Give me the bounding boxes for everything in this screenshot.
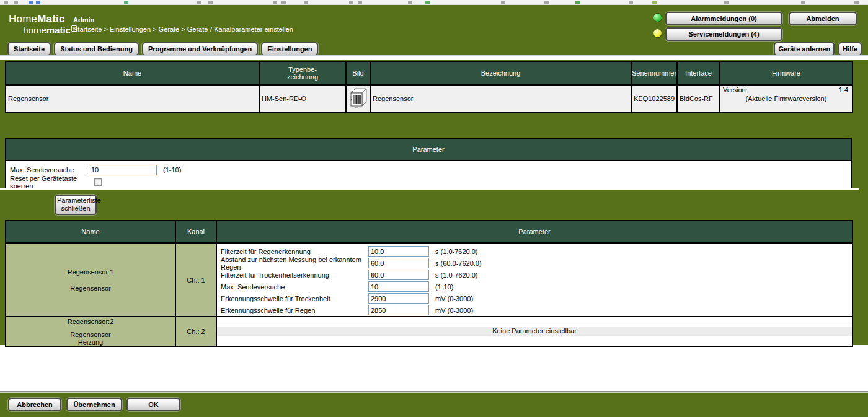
- device-table-header-row: Name Typenbe- zeichnung Bild Bezeichnung…: [6, 61, 852, 85]
- bookmark-icon[interactable]: [358, 1, 362, 4]
- breadcrumb: Startseite > Einstellungen > Geräte > Ge…: [73, 25, 293, 33]
- teach-in-devices-button[interactable]: Geräte anlernen: [774, 42, 835, 56]
- col-header-kanal: Kanal: [175, 221, 216, 243]
- header-divider: [0, 55, 868, 56]
- device-interface-cell: BidCos-RF: [677, 85, 720, 112]
- user-label: Admin: [73, 16, 94, 24]
- header: HomeMatic homematicR Admin Startseite > …: [0, 5, 868, 55]
- abstand-messung-input[interactable]: [368, 258, 429, 268]
- service-status-led-icon: [653, 29, 662, 38]
- homematic-webui: HomeMatic homematicR Admin Startseite > …: [0, 0, 868, 417]
- apply-button[interactable]: Übernehmen: [66, 398, 122, 411]
- bookmark-icon[interactable]: [629, 1, 633, 4]
- col-header-bezeichnung: Bezeichnung: [370, 61, 631, 85]
- bookmark-icon[interactable]: [575, 1, 580, 4]
- device-firmware-cell: Version: 1.4 (Aktuelle Firmwareversion): [720, 85, 852, 112]
- parameter-header: Parameter: [6, 138, 851, 160]
- col-header-bild: Bild: [346, 61, 370, 85]
- device-row: Regensensor HM-Sen-RD-O: [6, 85, 852, 112]
- bookmark-icon[interactable]: [425, 1, 430, 4]
- channel-table-header-row: Name Kanal Parameter: [6, 221, 852, 243]
- filterzeit-trockenheit-input[interactable]: [368, 270, 429, 280]
- device-table: Name Typenbe- zeichnung Bild Bezeichnung…: [5, 61, 853, 113]
- channel-row-1: Regensensor:1 Regensensor Ch.: 1 Filterz…: [6, 243, 852, 317]
- ok-button[interactable]: OK: [126, 398, 180, 411]
- parameter-row: Filterzeit für Trockenheitserkennung s (…: [217, 269, 852, 281]
- bookmark-icon[interactable]: [14, 1, 18, 4]
- bookmark-icon[interactable]: [349, 1, 353, 4]
- device-parameters-body: Max. Sendeversuche (1-10) Reset per Gerä…: [6, 160, 851, 189]
- channel-row-2: Regensensor:2 Regensensor Heizung Ch.: 2…: [6, 317, 852, 346]
- max-sendeversuche-range: (1-10): [163, 166, 181, 173]
- bookmark-icon[interactable]: [281, 1, 286, 4]
- parameter-row: Reset per Gerätetaste sperren: [6, 176, 851, 188]
- filterzeit-regenerkennung-input[interactable]: [368, 246, 429, 257]
- close-parameter-list-button[interactable]: Parameterliste schließen: [55, 195, 97, 215]
- bookmark-icon[interactable]: [208, 1, 213, 4]
- parameter-row: Abstand zur nächsten Messung bei erkannt…: [217, 257, 852, 269]
- cancel-button[interactable]: Abbrechen: [8, 398, 61, 411]
- schwelle-trockenheit-input[interactable]: [368, 293, 429, 304]
- alarm-messages-button[interactable]: Alarmmeldungen (0): [665, 12, 782, 25]
- col-header-name: Name: [6, 221, 175, 243]
- nav-programme-und-verknuepfungen-button[interactable]: Programme und Verknüpfungen: [142, 42, 258, 56]
- bookmark-icon[interactable]: [304, 1, 308, 4]
- device-description-cell: Regensensor: [370, 85, 631, 112]
- bookmark-icon[interactable]: [544, 1, 549, 4]
- col-header-typenbezeichnung: Typenbe- zeichnung: [259, 61, 346, 85]
- nav-status-und-bedienung-button[interactable]: Status und Bedienung: [54, 42, 139, 56]
- schwelle-regen-input[interactable]: [368, 305, 429, 315]
- bookmark-icon[interactable]: [273, 1, 277, 4]
- col-header-parameter: Parameter: [216, 221, 852, 243]
- nav-einstellungen-button[interactable]: Einstellungen: [261, 42, 318, 56]
- reset-sperren-label: Reset per Gerätetaste sperren: [10, 175, 94, 189]
- channel-1-parameters-cell: Filterzeit für Regenerkennung s (1.0-762…: [216, 243, 852, 317]
- bookmark-icon[interactable]: [652, 1, 657, 4]
- max-sendeversuche-ch1-input[interactable]: [368, 281, 429, 292]
- bookmark-icon[interactable]: [36, 1, 40, 4]
- bookmark-icon[interactable]: [408, 1, 412, 4]
- section-separator: [0, 188, 859, 190]
- service-messages-button[interactable]: Servicemeldungen (4): [665, 27, 782, 41]
- col-header-name: Name: [6, 61, 259, 85]
- channel-1-number-cell: Ch.: 1: [175, 243, 216, 317]
- channel-2-name-cell: Regensensor:2 Regensensor Heizung: [6, 317, 175, 346]
- firmware-version-value: 1.4: [839, 86, 848, 94]
- parameter-row: Max. Sendeversuche (1-10): [6, 164, 851, 176]
- alarm-status-led-icon: [653, 13, 662, 22]
- bookmark-icon[interactable]: [854, 1, 859, 4]
- logout-button[interactable]: Abmelden: [789, 12, 857, 25]
- help-button[interactable]: Hilfe: [838, 42, 862, 56]
- main-navigation: Startseite Status und Bedienung Programm…: [7, 42, 318, 56]
- content-area: Name Typenbe- zeichnung Bild Bezeichnung…: [0, 60, 868, 345]
- device-type-cell: HM-Sen-RD-O: [259, 85, 346, 112]
- reset-sperren-checkbox[interactable]: [94, 178, 102, 186]
- max-sendeversuche-input[interactable]: [89, 165, 157, 175]
- bookmark-icon[interactable]: [29, 1, 33, 4]
- browser-bookmarks-strip[interactable]: [0, 0, 868, 5]
- firmware-version-label: Version:: [723, 86, 748, 94]
- bookmark-icon[interactable]: [4, 1, 8, 4]
- col-header-interface: Interface: [677, 61, 720, 85]
- no-parameters-message: Keine Parameter einstellbar: [217, 327, 852, 336]
- channel-1-name-cell: Regensensor:1 Regensensor: [6, 243, 175, 317]
- parameter-row: Max. Sendeversuche (1-10): [217, 281, 852, 292]
- bookmark-icon[interactable]: [724, 1, 728, 4]
- device-parameters-table: Parameter Max. Sendeversuche (1-10) Rese…: [5, 138, 852, 190]
- secondary-navigation: Geräte anlernen Hilfe: [774, 42, 862, 56]
- device-name-cell: Regensensor: [6, 85, 259, 112]
- rain-sensor-device-icon: [348, 86, 368, 110]
- col-header-seriennummer: Seriennummer: [631, 61, 677, 85]
- nav-startseite-button[interactable]: Startseite: [7, 42, 51, 56]
- bookmark-icon[interactable]: [124, 1, 128, 4]
- bookmark-icon[interactable]: [197, 1, 202, 4]
- parameter-row: Erkennungsschwelle für Trockenheit mV (0…: [217, 292, 852, 304]
- channel-2-parameters-cell: Keine Parameter einstellbar: [216, 317, 852, 346]
- device-image-cell: [346, 85, 370, 112]
- footer-bar: Abbrechen Übernehmen OK: [0, 393, 868, 417]
- firmware-note: (Aktuelle Firmwareversion): [722, 95, 850, 102]
- bookmark-icon[interactable]: [801, 1, 805, 4]
- bookmark-icon[interactable]: [501, 1, 505, 4]
- device-parameters-header-row: Parameter: [6, 138, 851, 160]
- max-sendeversuche-label: Max. Sendeversuche: [10, 166, 89, 173]
